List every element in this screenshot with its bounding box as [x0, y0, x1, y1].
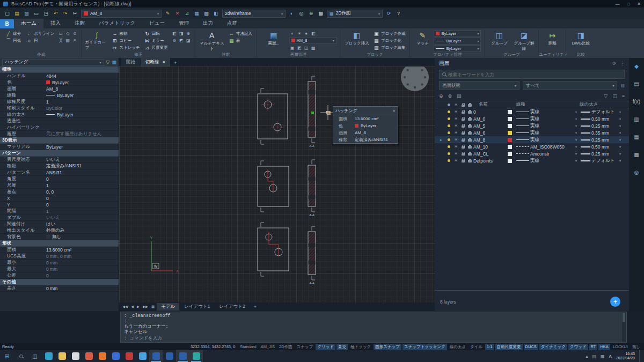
ribbon-button[interactable]: ▨ ブロック編集: [372, 44, 407, 51]
tool-mini-icon[interactable]: ▭: [57, 30, 64, 36]
merge-icon[interactable]: ◫: [612, 93, 617, 99]
chevron-down-icon[interactable]: ▾: [575, 117, 581, 121]
last-layout-button[interactable]: ▶▶: [142, 305, 149, 309]
layer-linetype[interactable]: Amconstr: [530, 151, 575, 157]
taskbar-app-button[interactable]: [69, 350, 82, 362]
layer-freeze-icon[interactable]: ☀: [452, 137, 459, 142]
ribbon-tab[interactable]: 挿入: [43, 19, 68, 28]
property-row[interactable]: 間隔 1: [0, 208, 119, 215]
ime-indicator[interactable]: A: [609, 354, 612, 359]
chevron-down-icon[interactable]: ▾: [575, 159, 581, 162]
qat-icon[interactable]: ?: [394, 10, 402, 18]
ribbon-button[interactable]: ⋈ ミラー: [143, 37, 169, 44]
delete-layer-icon[interactable]: ⊗: [448, 93, 452, 99]
status-toggle[interactable]: グリッド: [316, 344, 335, 350]
layer-visibility-icon[interactable]: [445, 145, 452, 148]
layer-select[interactable]: AM_8 ▾: [81, 10, 162, 18]
status-toggle[interactable]: クワッド: [568, 344, 588, 350]
tool-mini-icon[interactable]: ⊕: [185, 30, 192, 36]
ribbon-button[interactable]: ↔ 寸法記入: [228, 30, 253, 37]
property-row[interactable]: 角度 0: [0, 176, 119, 182]
layer-tool-icon[interactable]: ◫: [303, 45, 310, 51]
layer-lineweight[interactable]: 0.25 mm: [591, 123, 619, 129]
layer-filter-select[interactable]: すべて ▾: [523, 81, 617, 90]
ribbon-tab[interactable]: 点群: [220, 19, 244, 28]
taskbar-app-button[interactable]: [176, 350, 189, 362]
task-view-button[interactable]: ◫: [28, 350, 42, 362]
property-row[interactable]: 最小 0 mm: [0, 260, 119, 266]
layer-color-swatch[interactable]: [508, 152, 516, 156]
layer-lock-icon[interactable]: [459, 145, 466, 149]
search-button[interactable]: [14, 350, 28, 362]
property-row[interactable]: ダブル いいえ: [0, 215, 119, 221]
qat-icon[interactable]: ◐: [288, 10, 296, 18]
layer-name[interactable]: 0: [473, 109, 508, 115]
layer-visibility-icon[interactable]: [445, 124, 452, 127]
layer-visibility-icon[interactable]: [445, 131, 452, 134]
property-row[interactable]: 背景色 無し: [0, 234, 119, 240]
tool-mini-icon[interactable]: ◩: [178, 37, 185, 43]
chevron-down-icon[interactable]: ▾: [619, 110, 625, 114]
qat-icon[interactable]: ▢: [3, 10, 11, 18]
command-line-panel[interactable]: : _cleanscreenoff:もう一方のコーナー:キャンセル : コマンド…: [120, 312, 627, 343]
layer-color-swatch[interactable]: [508, 131, 516, 135]
qat-icon[interactable]: ✂: [71, 10, 79, 18]
ribbon-button[interactable]: ↻ 回転: [143, 30, 169, 37]
ribbon-tab[interactable]: 注釈: [68, 19, 92, 28]
property-row[interactable]: パターン: [0, 150, 119, 157]
ribbon-button[interactable]: ▣ ブロック作成: [372, 30, 407, 37]
property-row[interactable]: 3D表示: [0, 137, 119, 144]
property-row[interactable]: 線種 ByLayer: [0, 92, 119, 99]
visibility-column-icon[interactable]: [445, 104, 452, 106]
layer-name[interactable]: AM_8: [473, 137, 508, 143]
tool-mini-icon[interactable]: ◇: [64, 30, 71, 36]
qat-icon[interactable]: ▩: [317, 10, 325, 18]
chevron-down-icon[interactable]: ▾: [575, 138, 581, 142]
ribbon-tab[interactable]: ホーム: [14, 19, 43, 28]
panel-menu-icon[interactable]: ⋮: [620, 61, 625, 66]
tray-network-icon[interactable]: ▤: [592, 354, 596, 359]
layer-name[interactable]: AM_0: [473, 116, 508, 122]
chevron-down-icon[interactable]: ▾: [619, 131, 625, 135]
ribbon-button[interactable]: ◨ DWG比較: [569, 30, 592, 46]
status-toggle[interactable]: DUCS: [524, 344, 538, 350]
layout-list-icon[interactable]: ▦: [150, 305, 156, 309]
layer-color-swatch[interactable]: [508, 124, 516, 128]
layer-freeze-icon[interactable]: ☀: [452, 109, 459, 114]
ribbon-button[interactable]: ◫ グループ: [488, 30, 510, 46]
tool-mini-icon[interactable]: ╳: [57, 37, 64, 43]
layer-print-icon[interactable]: [466, 145, 473, 149]
status-toggle[interactable]: 図形スナップ: [374, 344, 401, 350]
layer-lineweight[interactable]: 0.25 mm: [591, 151, 619, 157]
layer-linetype[interactable]: 実線: [530, 130, 575, 136]
layer-linetype[interactable]: 実線: [530, 123, 575, 129]
layer-color-swatch[interactable]: [508, 110, 516, 114]
layer-row[interactable]: ▸ ☀ AM_8 実線 ▾ 0.25 mm ▾: [435, 136, 629, 143]
chevron-down-icon[interactable]: ▾: [619, 159, 625, 162]
qat-icon[interactable]: ▤: [13, 10, 21, 18]
taskbar-app-button[interactable]: [189, 350, 203, 362]
layer-row[interactable]: ▸ ☀ AM_CL Amconstr ▾ 0.25 mm ▾: [435, 150, 629, 157]
tool-mini-icon[interactable]: ◧: [171, 30, 178, 36]
model-canvas[interactable]: A-A: [119, 67, 435, 302]
property-row[interactable]: パターン名 ANSI31: [0, 169, 119, 176]
layer-lock-icon[interactable]: [459, 138, 466, 142]
ribbon-tab[interactable]: 管理: [172, 19, 196, 28]
status-toggle[interactable]: 極トラック: [349, 344, 372, 350]
new-layout-button[interactable]: +: [251, 303, 260, 311]
dock-panel-icon[interactable]: ◆: [634, 63, 639, 69]
close-icon[interactable]: ✕: [392, 109, 396, 113]
chevron-down-icon[interactable]: ▾: [619, 138, 625, 142]
taskbar-app-button[interactable]: [42, 350, 55, 362]
layout-tab[interactable]: モデル: [157, 303, 179, 311]
property-row[interactable]: 最大 0 mm: [0, 266, 119, 272]
layer-color-swatch[interactable]: [508, 117, 516, 121]
property-row[interactable]: 色 ByLayer: [0, 79, 119, 86]
chevron-down-icon[interactable]: ▾: [619, 117, 625, 121]
workspace-select[interactable]: ▦ 2D作図 ▾: [327, 10, 383, 18]
layer-tool-icon[interactable]: ◩: [296, 45, 303, 51]
pick-entity-icon[interactable]: ▦: [112, 60, 116, 65]
command-prompt[interactable]: : コマンドを入力: [124, 336, 162, 341]
layer-name[interactable]: AM_6: [473, 130, 508, 136]
property-row[interactable]: その他: [0, 279, 119, 285]
